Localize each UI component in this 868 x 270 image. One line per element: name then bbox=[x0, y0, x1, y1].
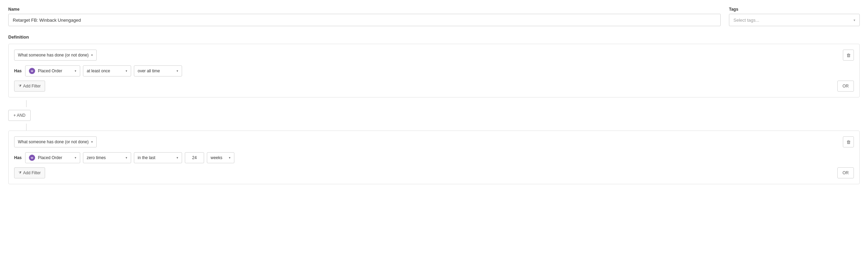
filter-icon-2: ⧩ bbox=[19, 171, 21, 175]
tags-field-group: Tags Select tags... ▾ bbox=[729, 7, 860, 26]
condition-1-type-dropdown[interactable]: What someone has done (or not done) ▾ bbox=[14, 50, 97, 61]
condition-1-top-row: What someone has done (or not done) ▾ 🗑 bbox=[14, 50, 854, 61]
condition-2-frequency-dropdown[interactable]: zero times ▾ bbox=[83, 152, 131, 163]
condition-2-event-dropdown[interactable]: W Placed Order ▾ bbox=[25, 152, 80, 163]
condition-2-frequency-chevron-icon: ▾ bbox=[126, 156, 127, 159]
name-field-group: Name bbox=[8, 7, 721, 26]
condition-2-number-input[interactable] bbox=[185, 152, 204, 163]
condition-2-has-label: Has bbox=[14, 155, 22, 160]
name-input[interactable] bbox=[8, 14, 721, 26]
definition-label: Definition bbox=[8, 34, 860, 40]
woo-icon-text-1: W bbox=[31, 70, 33, 72]
tags-label: Tags bbox=[729, 7, 860, 12]
and-label: + AND bbox=[13, 113, 25, 118]
trash-icon-2: 🗑 bbox=[846, 139, 851, 145]
condition-block-2: What someone has done (or not done) ▾ 🗑 … bbox=[8, 131, 860, 184]
woo-icon-text-2: W bbox=[31, 157, 33, 159]
condition-2-add-filter-button[interactable]: ⧩ Add Filter bbox=[14, 167, 45, 178]
condition-2-type-label: What someone has done (or not done) bbox=[18, 139, 88, 144]
trash-icon: 🗑 bbox=[846, 53, 851, 58]
tags-chevron-icon: ▾ bbox=[854, 18, 855, 22]
condition-1-frequency-label: at least once bbox=[87, 69, 110, 73]
connector-line-1 bbox=[26, 100, 27, 107]
condition-2-add-filter-label: Add Filter bbox=[23, 170, 41, 175]
condition-1-event-dropdown[interactable]: W Placed Order ▾ bbox=[25, 65, 80, 76]
condition-2-has-row: Has W Placed Order ▾ zero times ▾ in the… bbox=[14, 152, 854, 163]
condition-1-or-button[interactable]: OR bbox=[837, 81, 854, 92]
condition-2-period-dropdown[interactable]: weeks ▾ bbox=[207, 152, 234, 163]
condition-2-delete-button[interactable]: 🗑 bbox=[843, 136, 854, 147]
condition-2-top-row: What someone has done (or not done) ▾ 🗑 bbox=[14, 136, 854, 147]
tags-placeholder: Select tags... bbox=[733, 18, 759, 23]
condition-block-1: What someone has done (or not done) ▾ 🗑 … bbox=[8, 44, 860, 97]
condition-2-time-dropdown[interactable]: in the last ▾ bbox=[134, 152, 182, 163]
condition-2-type-dropdown[interactable]: What someone has done (or not done) ▾ bbox=[14, 136, 97, 147]
condition-1-type-chevron-icon: ▾ bbox=[91, 53, 93, 57]
condition-2-frequency-label: zero times bbox=[87, 155, 106, 160]
condition-1-delete-button[interactable]: 🗑 bbox=[843, 50, 854, 61]
connector-line-2 bbox=[26, 124, 27, 131]
condition-1-add-filter-label: Add Filter bbox=[23, 84, 41, 89]
condition-2-time-chevron-icon: ▾ bbox=[177, 156, 178, 159]
condition-2-event-label: Placed Order bbox=[38, 155, 62, 160]
condition-2-period-label: weeks bbox=[211, 155, 222, 160]
condition-2-or-button[interactable]: OR bbox=[837, 167, 854, 178]
condition-1-event-chevron-icon: ▾ bbox=[75, 69, 76, 73]
condition-1-bottom-row: ⧩ Add Filter OR bbox=[14, 81, 854, 92]
condition-2-bottom-row: ⧩ Add Filter OR bbox=[14, 167, 854, 178]
filter-icon-1: ⧩ bbox=[19, 84, 21, 88]
condition-1-type-label: What someone has done (or not done) bbox=[18, 53, 88, 58]
condition-2-type-chevron-icon: ▾ bbox=[91, 140, 93, 144]
condition-1-time-chevron-icon: ▾ bbox=[177, 69, 178, 73]
and-button[interactable]: + AND bbox=[8, 110, 31, 121]
condition-2-event-chevron-icon: ▾ bbox=[75, 156, 76, 159]
condition-1-has-label: Has bbox=[14, 69, 22, 73]
woo-icon-1: W bbox=[29, 68, 35, 74]
name-label: Name bbox=[8, 7, 721, 12]
condition-1-or-label: OR bbox=[843, 84, 849, 89]
condition-2-time-label: in the last bbox=[138, 155, 155, 160]
tags-select[interactable]: Select tags... ▾ bbox=[729, 14, 860, 26]
condition-1-frequency-chevron-icon: ▾ bbox=[126, 69, 127, 73]
condition-1-has-row: Has W Placed Order ▾ at least once ▾ ove… bbox=[14, 65, 854, 76]
condition-1-time-dropdown[interactable]: over all time ▾ bbox=[134, 65, 182, 76]
condition-1-frequency-dropdown[interactable]: at least once ▾ bbox=[83, 65, 131, 76]
woo-icon-2: W bbox=[29, 155, 35, 161]
condition-1-add-filter-button[interactable]: ⧩ Add Filter bbox=[14, 81, 45, 92]
condition-1-event-label: Placed Order bbox=[38, 69, 62, 73]
condition-2-or-label: OR bbox=[843, 170, 849, 175]
condition-2-period-chevron-icon: ▾ bbox=[229, 156, 231, 159]
top-form-row: Name Tags Select tags... ▾ bbox=[8, 7, 860, 26]
condition-1-time-label: over all time bbox=[138, 69, 160, 73]
